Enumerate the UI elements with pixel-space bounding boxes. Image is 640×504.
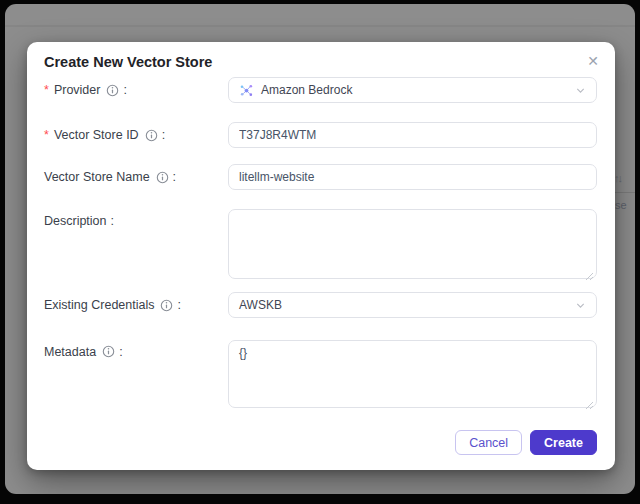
label-colon: : [162,128,165,142]
vector-store-name-control [228,164,597,190]
create-vector-store-modal: Create New Vector Store ✕ * Provider : [27,42,615,470]
vector-store-id-control [228,122,597,148]
metadata-control: {} [228,340,597,408]
existing-credentials-select-value: AWSKB [239,298,282,312]
label-colon: : [111,214,114,228]
provider-select-value: Amazon Bedrock [261,83,352,97]
label-colon: : [123,83,126,97]
info-icon[interactable] [145,129,158,142]
metadata-row: Metadata : {} [44,340,597,408]
description-control [228,209,597,279]
vector-store-name-label: Vector Store Name : [44,164,228,190]
vector-store-id-label: * Vector Store ID : [44,122,228,148]
vector-store-name-label-text: Vector Store Name [44,170,150,184]
vector-store-id-input[interactable] [228,122,597,148]
background-page-divider [5,25,635,27]
info-icon[interactable] [156,171,169,184]
label-colon: : [177,298,180,312]
existing-credentials-select[interactable]: AWSKB [228,292,597,318]
create-button[interactable]: Create [530,430,597,455]
label-colon: : [119,345,122,359]
resize-handle-icon[interactable] [585,267,594,276]
vector-store-name-input[interactable] [228,164,597,190]
provider-label: * Provider : [44,77,228,103]
existing-credentials-row: Existing Credentials : AWSKB [44,292,597,318]
description-row: Description : [44,209,597,279]
background-partial-text: se [615,199,627,211]
metadata-label-text: Metadata [44,345,96,359]
close-icon[interactable]: ✕ [584,52,602,70]
amazon-bedrock-icon [239,83,254,98]
metadata-label: Metadata : [44,340,228,408]
required-asterisk: * [44,128,49,142]
resize-handle-icon[interactable] [585,396,594,405]
provider-row: * Provider : Am [44,77,597,103]
screen: ↑↓ se Create New Vector Store ✕ * Provid… [0,0,640,504]
vector-store-id-label-text: Vector Store ID [54,128,139,142]
existing-credentials-control: AWSKB [228,292,597,318]
existing-credentials-label: Existing Credentials : [44,292,228,318]
info-icon[interactable] [160,299,173,312]
description-textarea[interactable] [228,209,597,279]
cancel-button[interactable]: Cancel [455,430,522,455]
vector-store-name-row: Vector Store Name : [44,164,597,190]
app-window-backdrop: ↑↓ se Create New Vector Store ✕ * Provid… [5,4,635,494]
label-colon: : [173,170,176,184]
required-asterisk: * [44,83,49,97]
provider-select[interactable]: Amazon Bedrock [228,77,597,103]
info-icon[interactable] [106,84,119,97]
description-label: Description : [44,209,228,279]
sort-icon: ↑↓ [614,172,621,184]
description-label-text: Description [44,214,107,228]
metadata-textarea[interactable]: {} [228,340,597,408]
modal-footer: Cancel Create [44,430,597,455]
create-vector-store-form: * Provider : Am [44,77,597,455]
vector-store-id-row: * Vector Store ID : [44,122,597,148]
info-icon[interactable] [102,345,115,358]
modal-body: Create New Vector Store ✕ * Provider : [27,42,615,470]
chevron-down-icon [575,85,586,96]
chevron-down-icon [575,300,586,311]
modal-title: Create New Vector Store [44,52,597,70]
existing-credentials-label-text: Existing Credentials [44,298,154,312]
provider-control: Amazon Bedrock [228,77,597,103]
provider-label-text: Provider [54,83,101,97]
